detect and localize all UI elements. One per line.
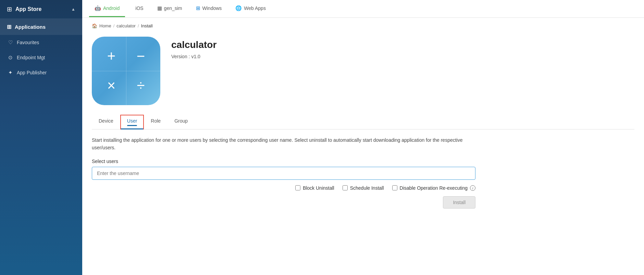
endpoint-mgt-label: Endpoint Mgt (17, 55, 45, 60)
breadcrumb-home-link[interactable]: Home (99, 23, 111, 28)
version-label: Version : (171, 54, 190, 59)
install-button[interactable]: Install (443, 196, 475, 209)
disable-re-executing-label: Disable Operation Re-executing (400, 185, 468, 191)
block-uninstall-label: Block Uninstall (303, 185, 334, 191)
tab-windows-label: Windows (202, 5, 222, 11)
sidebar-app-store-title: App Store (15, 6, 41, 12)
block-uninstall-option[interactable]: Block Uninstall (295, 185, 334, 191)
favourites-label: Favourites (17, 40, 39, 45)
heart-icon: ♡ (8, 39, 13, 46)
sidebar: ⊞ App Store ▲ ⊞ Applications ♡ Favourite… (0, 0, 82, 275)
install-description: Start installing the application for one… (92, 136, 469, 152)
tab-android-label: Android (103, 5, 120, 11)
breadcrumb-current: Install (141, 23, 153, 28)
version-value: v1.0 (191, 54, 200, 59)
endpoint-icon: ⊙ (8, 54, 13, 61)
breadcrumb-sep1: / (113, 23, 115, 28)
breadcrumb-home-icon: 🏠 (92, 23, 97, 28)
tab-ios[interactable]: iOS (128, 1, 149, 17)
app-detail: + − × ÷ calculator Version : v1.0 (92, 37, 634, 105)
tab-gen-sim-label: gen_sim (164, 5, 182, 11)
sidebar-applications-label: Applications (15, 24, 46, 30)
disable-re-executing-option[interactable]: Disable Operation Re-executing i (392, 185, 475, 191)
sim-icon: ▦ (157, 5, 162, 11)
install-tabs: Device User Role Group (92, 115, 634, 129)
app-version: Version : v1.0 (171, 54, 216, 59)
info-icon[interactable]: i (470, 185, 475, 191)
minus-symbol: − (137, 49, 145, 63)
tab-web-apps-label: Web Apps (244, 5, 266, 11)
app-publisher-label: App Publisher (17, 70, 47, 75)
platform-tabs: 🤖 Android iOS ▦ gen_sim ⊞ Windows 🌐 Web … (82, 0, 644, 18)
tab-web-apps[interactable]: 🌐 Web Apps (230, 0, 271, 17)
schedule-install-checkbox[interactable] (343, 185, 348, 190)
breadcrumb-sep2: / (138, 23, 139, 28)
sidebar-header[interactable]: ⊞ App Store ▲ (0, 0, 82, 19)
globe-icon: 🌐 (235, 5, 242, 11)
appstore-icon: ⊞ (7, 5, 12, 13)
sidebar-chevron-icon: ▲ (71, 7, 75, 12)
disable-re-executing-checkbox[interactable] (392, 185, 397, 190)
install-tab-device[interactable]: Device (92, 115, 120, 129)
tab-windows[interactable]: ⊞ Windows (190, 0, 227, 17)
user-tab-underline (127, 125, 137, 126)
app-icon: + − × ÷ (92, 37, 160, 105)
sidebar-section-applications[interactable]: ⊞ Applications (0, 19, 82, 35)
main-content: 🤖 Android iOS ▦ gen_sim ⊞ Windows 🌐 Web … (82, 0, 644, 275)
app-name: calculator (171, 39, 216, 50)
tab-ios-label: iOS (135, 5, 143, 11)
divide-symbol: ÷ (137, 78, 145, 93)
tab-android[interactable]: 🤖 Android (89, 0, 125, 17)
breadcrumb: 🏠 Home / calculator / Install (92, 23, 634, 28)
applications-icon: ⊞ (7, 24, 11, 30)
sidebar-item-favourites[interactable]: ♡ Favourites (0, 35, 82, 50)
select-users-label: Select users (92, 159, 634, 164)
install-tab-user[interactable]: User (120, 115, 144, 129)
app-info: calculator Version : v1.0 (171, 37, 216, 59)
install-tab-role[interactable]: Role (144, 115, 168, 129)
schedule-install-label: Schedule Install (350, 185, 384, 191)
username-input[interactable] (92, 167, 475, 180)
breadcrumb-app-link[interactable]: calculator (116, 23, 136, 28)
sidebar-item-app-publisher[interactable]: ✦ App Publisher (0, 65, 82, 80)
install-tab-group[interactable]: Group (168, 115, 195, 129)
plus-symbol: + (107, 49, 116, 63)
tab-gen-sim[interactable]: ▦ gen_sim (152, 0, 188, 17)
content-area: 🏠 Home / calculator / Install + − × ÷ ca… (82, 18, 644, 275)
windows-icon: ⊞ (196, 5, 200, 11)
publisher-icon: ✦ (8, 70, 13, 76)
sidebar-item-endpoint-mgt[interactable]: ⊙ Endpoint Mgt (0, 50, 82, 65)
multiply-symbol: × (107, 78, 116, 93)
install-btn-row: Install (92, 196, 475, 209)
block-uninstall-checkbox[interactable] (295, 185, 300, 190)
android-icon: 🤖 (95, 5, 101, 11)
schedule-install-option[interactable]: Schedule Install (343, 185, 384, 191)
options-row: Block Uninstall Schedule Install Disable… (92, 185, 475, 191)
